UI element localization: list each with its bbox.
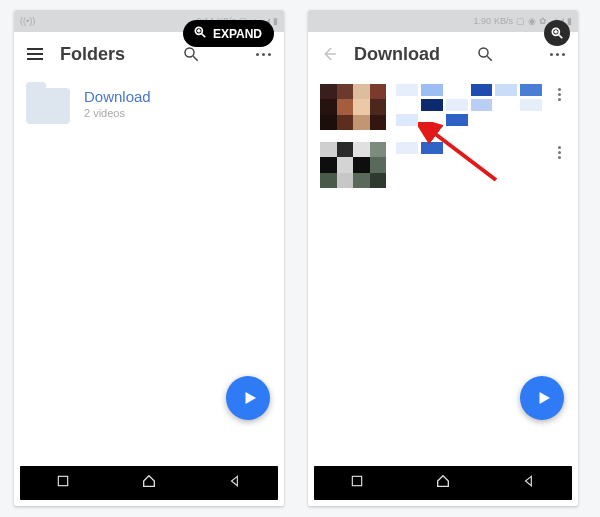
- back-button[interactable]: [318, 43, 340, 65]
- nav-home-icon[interactable]: [435, 473, 451, 493]
- expand-label: EXPAND: [213, 27, 262, 41]
- phone-right: 1.90 KB/s ▢ ◉ ✿ ◢◢ ▮ Download: [308, 10, 578, 506]
- svg-rect-6: [58, 476, 67, 485]
- play-icon: [535, 389, 553, 407]
- status-net-unit: KB/s: [494, 16, 513, 26]
- zoom-in-icon: [193, 25, 207, 42]
- video-item[interactable]: [320, 84, 566, 130]
- svg-point-12: [479, 48, 488, 57]
- status-bar: 1.90 KB/s ▢ ◉ ✿ ◢◢ ▮: [308, 10, 578, 32]
- status-net-speed: 1.90: [473, 16, 491, 26]
- video-meta-blur: [396, 142, 542, 154]
- zoom-button[interactable]: [544, 20, 570, 46]
- folder-icon: [26, 88, 70, 124]
- search-button[interactable]: [474, 43, 496, 65]
- page-title: Download: [354, 44, 440, 65]
- svg-point-4: [185, 48, 194, 57]
- hamburger-menu-icon[interactable]: [24, 43, 46, 65]
- zoom-in-icon: [550, 26, 564, 40]
- folder-item-download[interactable]: Download 2 videos: [26, 84, 272, 128]
- broadcast-icon: ((•)): [20, 16, 35, 26]
- svg-rect-14: [352, 476, 361, 485]
- vol-icon: ◉: [528, 16, 536, 26]
- cast-icon: ▢: [516, 16, 525, 26]
- nav-recent-icon[interactable]: [350, 474, 364, 492]
- folder-subtitle: 2 videos: [84, 107, 151, 119]
- row-more-icon[interactable]: [552, 142, 566, 159]
- svg-line-13: [487, 56, 492, 61]
- row-more-icon[interactable]: [552, 84, 566, 101]
- content-area: Download 2 videos: [14, 76, 284, 466]
- play-fab[interactable]: [226, 376, 270, 420]
- svg-line-8: [559, 35, 563, 39]
- nav-recent-icon[interactable]: [56, 474, 70, 492]
- android-nav-bar: [314, 466, 572, 500]
- svg-line-5: [193, 56, 198, 61]
- nav-back-icon[interactable]: [522, 474, 536, 492]
- more-options-icon[interactable]: [546, 43, 568, 65]
- svg-line-1: [202, 34, 206, 38]
- content-area: [308, 76, 578, 466]
- play-icon: [241, 389, 259, 407]
- app-header: Download: [308, 32, 578, 76]
- battery-icon: ▮: [567, 16, 572, 26]
- view-toggle-icon[interactable]: [510, 43, 532, 65]
- video-thumbnail: [320, 142, 386, 188]
- folder-name: Download: [84, 88, 151, 105]
- page-title: Folders: [60, 44, 125, 65]
- video-thumbnail: [320, 84, 386, 130]
- phone-left: EXPAND ((•)) 0:14 KB/s ▢ ▲ ◢ ▮ Folders: [14, 10, 284, 506]
- video-meta-blur: [396, 84, 542, 126]
- android-nav-bar: [20, 466, 278, 500]
- nav-back-icon[interactable]: [228, 474, 242, 492]
- nav-home-icon[interactable]: [141, 473, 157, 493]
- battery-icon: ▮: [273, 16, 278, 26]
- play-fab[interactable]: [520, 376, 564, 420]
- video-item[interactable]: [320, 142, 566, 188]
- expand-button[interactable]: EXPAND: [183, 20, 274, 47]
